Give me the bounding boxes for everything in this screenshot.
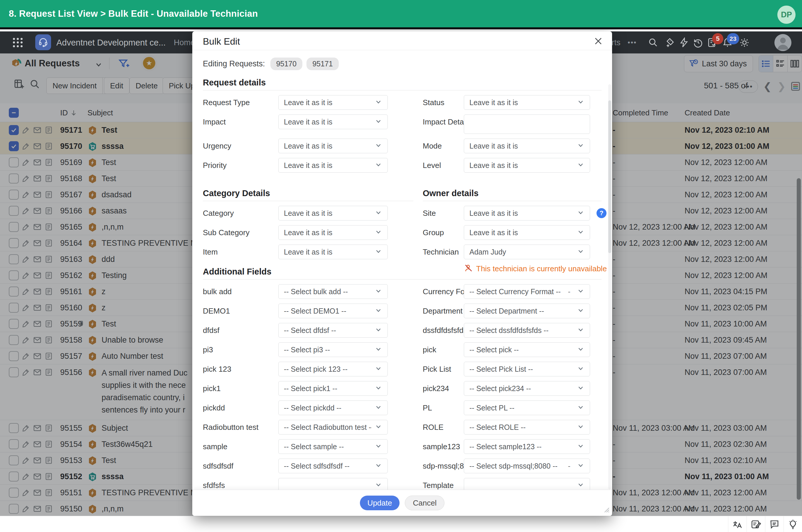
field-select[interactable]: -- Select sample123 -- — [464, 439, 590, 454]
cancel-button[interactable]: Cancel — [405, 496, 444, 510]
app-grid-icon[interactable] — [13, 38, 23, 47]
modal-footer: Update Cancel — [192, 490, 612, 516]
field-row: sdfsdfsdf-- Select sdfsdfsdf --sdp-mssql… — [203, 459, 602, 473]
field-label: Urgency — [203, 141, 231, 151]
field-select-value: Leave it as it is — [284, 228, 371, 237]
idea-bulb-icon[interactable] — [783, 516, 802, 532]
chevron-down-icon — [574, 461, 585, 470]
resize-handle-icon[interactable] — [602, 505, 610, 514]
field-select[interactable] — [464, 478, 590, 490]
chevron-down-icon — [574, 287, 585, 296]
field-select[interactable]: -- Select dfdsf -- — [278, 323, 388, 338]
settings-gear-icon[interactable] — [739, 37, 750, 48]
more-menu-icon[interactable]: ••• — [628, 38, 637, 47]
chevron-down-icon — [574, 228, 585, 237]
chevron-down-icon — [371, 442, 382, 451]
field-select-value: -- Select DEMO1 -- — [284, 307, 371, 315]
history-icon[interactable] — [693, 37, 703, 48]
field-select-value: Leave it as it is — [284, 161, 371, 170]
field-select[interactable]: -- Select dssfdfdsfsfds -- — [464, 323, 590, 338]
field-select[interactable]: -- Select pickdd -- — [278, 400, 388, 415]
field-select[interactable]: -- Select Currency Format --- — [464, 284, 590, 299]
chevron-down-icon — [371, 117, 382, 126]
field-select-value: Leave it as it is — [470, 142, 574, 150]
field-label: pickdd — [203, 403, 225, 413]
field-label: ROLE — [423, 423, 443, 432]
field-select[interactable]: Leave it as it is — [464, 138, 590, 153]
field-select[interactable]: Leave it as it is — [278, 245, 388, 259]
approvals-badge: 5 — [712, 33, 723, 44]
help-icon[interactable]: ? — [596, 208, 607, 218]
field-label: pick — [423, 345, 436, 354]
update-button[interactable]: Update — [360, 496, 400, 510]
close-icon[interactable] — [593, 36, 603, 46]
comment-icon[interactable] — [765, 516, 783, 532]
field-select[interactable]: -- Select Pick List -- — [464, 362, 590, 376]
product-logo-icon[interactable] — [35, 34, 51, 50]
field-select-value: -- Select sdp-mssql;8080 -- — [470, 462, 574, 470]
field-select[interactable]: Leave it as it is — [464, 225, 590, 240]
field-label: dfdsf — [203, 326, 219, 335]
field-select[interactable]: -- Select pick1 -- — [278, 381, 388, 396]
field-select[interactable]: -- Select Department -- — [464, 304, 590, 318]
field-select[interactable] — [278, 478, 388, 490]
technician-warning: This technician is currently unavailable — [464, 263, 607, 274]
field-select[interactable]: -- Select pick -- — [464, 342, 590, 357]
field-select[interactable]: -- Select sdp-mssql;8080 --- — [464, 459, 590, 473]
feedback-note-icon[interactable] — [746, 516, 765, 532]
add-request-icon[interactable] — [664, 37, 674, 48]
field-select[interactable]: -- Select Radiobutton test -- — [278, 420, 388, 435]
field-select-value: -- Select dfdsf -- — [284, 326, 371, 335]
field-select[interactable]: Adam Judy — [464, 245, 590, 259]
chevron-down-icon — [371, 209, 382, 217]
field-select[interactable]: -- Select PL -- — [464, 400, 590, 415]
editing-requests-label: Editing Requests: — [203, 59, 265, 69]
field-select-value: -- Select pick -- — [470, 346, 574, 354]
chevron-down-icon — [371, 365, 382, 374]
user-avatar-initials[interactable]: DP — [777, 5, 796, 24]
editing-request-chip: 95171 — [306, 58, 339, 70]
field-select[interactable]: -- Select bulk add -- — [278, 284, 388, 299]
field-select-value: Leave it as it is — [284, 98, 371, 107]
field-select[interactable]: -- Select ROLE -- — [464, 420, 590, 435]
modal-scrollbar-thumb[interactable] — [608, 100, 611, 253]
field-select[interactable]: Leave it as it is — [464, 206, 590, 221]
field-select[interactable]: -- Select sdfsdfsdf -- — [278, 459, 388, 473]
nav-home[interactable]: Home — [174, 38, 195, 47]
field-label: Priority — [203, 161, 227, 170]
quick-actions-bolt-icon[interactable] — [679, 37, 689, 48]
technician-warning-text: This technician is currently unavailable — [476, 264, 607, 273]
field-select[interactable]: -- Select pick 123 -- — [278, 362, 388, 376]
field-select[interactable]: Leave it as it is — [278, 225, 388, 240]
field-label: pick234 — [423, 384, 449, 393]
modal-header: Bulk Edit — [192, 32, 612, 50]
field-select[interactable]: Leave it as it is — [278, 158, 388, 173]
field-textarea[interactable] — [464, 114, 590, 134]
profile-avatar[interactable] — [775, 34, 791, 51]
search-icon[interactable] — [648, 37, 658, 48]
field-select-value: -- Select dssfdfdsfsfds -- — [470, 326, 574, 335]
approvals-icon[interactable]: 5 — [707, 37, 718, 48]
field-select[interactable]: Leave it as it is — [278, 138, 388, 153]
field-select[interactable]: Leave it as it is — [464, 158, 590, 173]
field-select[interactable]: Leave it as it is — [278, 95, 388, 110]
translate-icon[interactable] — [728, 516, 746, 532]
field-select[interactable]: -- Select pi3 -- — [278, 342, 388, 357]
notifications-bell-icon[interactable]: 23 — [722, 37, 733, 48]
chevron-down-icon — [371, 345, 382, 354]
field-select[interactable]: Leave it as it is — [278, 206, 388, 221]
modal-body: Editing Requests: 9517095171 Request det… — [192, 50, 612, 490]
chevron-down-icon — [371, 384, 382, 393]
field-label: bulk add — [203, 287, 232, 296]
field-select[interactable]: Leave it as it is — [464, 95, 590, 110]
field-select[interactable]: -- Select pick234 -- — [464, 381, 590, 396]
field-row: sample-- Select sample --sample123-- Sel… — [203, 439, 602, 454]
field-select-value: -- Select Radiobutton test -- — [284, 423, 371, 432]
notifications-badge: 23 — [727, 33, 739, 44]
field-label: pick 123 — [203, 365, 231, 374]
field-select[interactable]: -- Select sample -- — [278, 439, 388, 454]
field-select-value: -- Select pick234 -- — [470, 384, 574, 393]
field-select[interactable]: Leave it as it is — [278, 114, 388, 129]
field-select[interactable]: -- Select DEMO1 -- — [278, 304, 388, 318]
editing-request-chip: 95170 — [270, 58, 303, 70]
